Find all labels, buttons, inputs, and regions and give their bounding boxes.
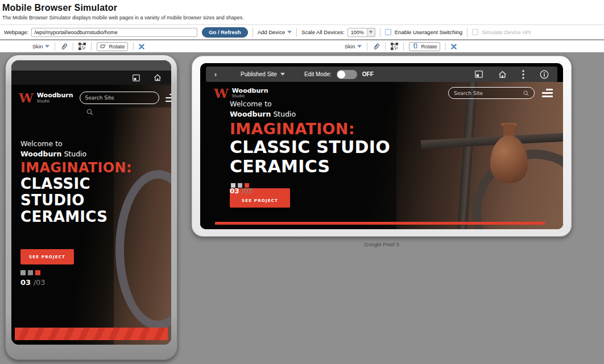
qr-code-icon[interactable] [78, 43, 86, 50]
device-toolbar-left: Skin Rotate [32, 40, 144, 52]
add-device-menu[interactable]: Add Device [258, 29, 292, 35]
site-search-input[interactable] [85, 95, 154, 101]
scale-dropdown-arrow[interactable] [367, 28, 375, 36]
hero-welcome-text: Welcome to [20, 139, 171, 148]
skin-label: Skin [32, 43, 43, 49]
phone-device-frame: W Woodburn Studio [5, 55, 177, 360]
skin-label: Skin [345, 43, 355, 49]
rotate-phone-icon [412, 43, 419, 49]
menu-hamburger-icon[interactable] [166, 94, 171, 102]
hero-brand-rest: Studio [273, 110, 296, 118]
slide-total: /03 [34, 278, 45, 287]
hero-headline-accent: IMAGINATION: [20, 160, 171, 176]
edit-mode-label: Edit Mode: [304, 71, 332, 77]
link-url-icon[interactable] [373, 43, 380, 50]
chevron-down-icon [357, 45, 362, 48]
published-site-label: Published Site [241, 71, 277, 77]
hero-brand-bold: Woodburn [20, 150, 61, 158]
phone-portal-toolbar [11, 71, 171, 85]
home-icon[interactable] [154, 74, 162, 81]
toolbar-icon-group [475, 70, 549, 79]
published-site-menu[interactable]: Published Site [241, 71, 285, 77]
tablet-device-frame: › Published Site Edit Mode: OFF [192, 56, 572, 237]
edit-mode-state: OFF [362, 71, 374, 77]
device-name-label: Google Pixel 3 [313, 241, 450, 247]
home-icon[interactable] [498, 71, 507, 78]
toolbar-divider [467, 28, 468, 37]
hero-brand-rest: Studio [64, 150, 86, 158]
site-logo[interactable]: W Woodburn Studio [19, 92, 73, 104]
site-search-box[interactable] [448, 87, 535, 99]
phone-site-viewport: W Woodburn Studio [11, 85, 171, 345]
rotate-button[interactable]: Rotate [409, 42, 440, 51]
slide-current: 03 [230, 187, 239, 195]
site-search-box[interactable] [80, 92, 159, 104]
hero-section: Welcome to WoodburnStudio IMAGINATION: C… [200, 100, 563, 176]
slide-current: 03 [20, 278, 31, 287]
phone-screen: W Woodburn Studio [11, 60, 171, 345]
slide-square-active[interactable] [35, 270, 40, 275]
app-header: Mobile Browser Simulator The Mobile Brow… [0, 0, 604, 24]
divider [91, 43, 92, 51]
rotate-button[interactable]: Rotate [97, 42, 128, 51]
scale-select[interactable]: 100% [347, 28, 375, 37]
logo-sub-text: Studio [232, 94, 268, 98]
footer-red-bar [15, 328, 168, 340]
scale-label: Scale All Devices: [301, 29, 345, 35]
link-url-icon[interactable] [60, 43, 68, 50]
divider [403, 43, 404, 51]
site-header: W Woodburn Studio [11, 85, 171, 104]
slide-square[interactable] [20, 270, 26, 275]
toolbar-divider [380, 28, 380, 37]
webpage-input[interactable] [31, 28, 197, 37]
tablet-portal-toolbar: › Published Site Edit Mode: OFF [206, 67, 557, 82]
device-toolbar-right: Skin Rotate [345, 40, 457, 52]
main-toolbar: Webpage: Go / Refresh Add Device Scale A… [0, 24, 604, 40]
device-control-strip: Skin Rotate [0, 40, 604, 53]
slide-square[interactable] [28, 270, 33, 275]
qr-code-icon[interactable] [391, 43, 398, 50]
expand-chevron-icon[interactable]: › [214, 71, 217, 78]
site-header: W Woodburn Studio [200, 82, 563, 99]
hero-headline-main: CLASSIC STUDIO CERAMICS [20, 176, 126, 225]
skin-menu[interactable]: Skin [32, 43, 49, 49]
go-refresh-button[interactable]: Go / Refresh [202, 27, 248, 38]
toolbar-divider [253, 28, 253, 37]
woodburn-w-logo-icon: W [19, 92, 34, 104]
site-logo[interactable]: W Woodburn Studio [214, 88, 268, 99]
useragent-label: Enable Useragent Switching [395, 29, 462, 35]
hero-headline-main: CLASSIC STUDIO CERAMICS [230, 138, 480, 176]
rotate-label: Rotate [109, 43, 125, 49]
useragent-checkbox[interactable] [385, 29, 391, 35]
edit-mode-control: Edit Mode: OFF [304, 70, 374, 79]
tablet-screen: › Published Site Edit Mode: OFF [200, 63, 563, 229]
info-icon[interactable] [540, 70, 549, 79]
see-project-button[interactable]: SEE PROJECT [20, 249, 74, 264]
close-device-icon[interactable] [139, 44, 144, 49]
chevron-down-icon [280, 73, 285, 76]
content-panel-icon[interactable] [133, 75, 140, 81]
page-subtitle: The Mobile Browser Simulator displays mo… [2, 15, 601, 20]
slide-total: /03 [242, 187, 253, 195]
toolbar-divider [296, 28, 297, 37]
kebab-menu-icon[interactable] [522, 70, 524, 79]
logo-brand-text: Woodburn [37, 92, 73, 99]
rotate-phone-icon [100, 43, 106, 49]
content-panel-icon[interactable] [475, 71, 483, 78]
slide-counter: 03 /03 [230, 187, 253, 195]
phone-top-bezel [11, 60, 171, 71]
skin-menu[interactable]: Skin [345, 43, 362, 49]
close-device-icon[interactable] [451, 44, 457, 49]
chevron-down-icon [369, 31, 373, 34]
hero-brand-line: WoodburnStudio [230, 110, 563, 118]
divider [133, 43, 134, 51]
site-search-input[interactable] [454, 90, 523, 96]
scale-value: 100% [348, 28, 367, 36]
divider [367, 43, 367, 51]
simulate-api-checkbox [472, 29, 478, 35]
menu-hamburger-icon[interactable] [542, 89, 553, 97]
cta-pagination-cluster: SEE PROJECT 03 /03 [230, 183, 563, 209]
divider [55, 43, 55, 51]
divider [385, 43, 386, 51]
edit-mode-toggle[interactable] [337, 70, 357, 79]
